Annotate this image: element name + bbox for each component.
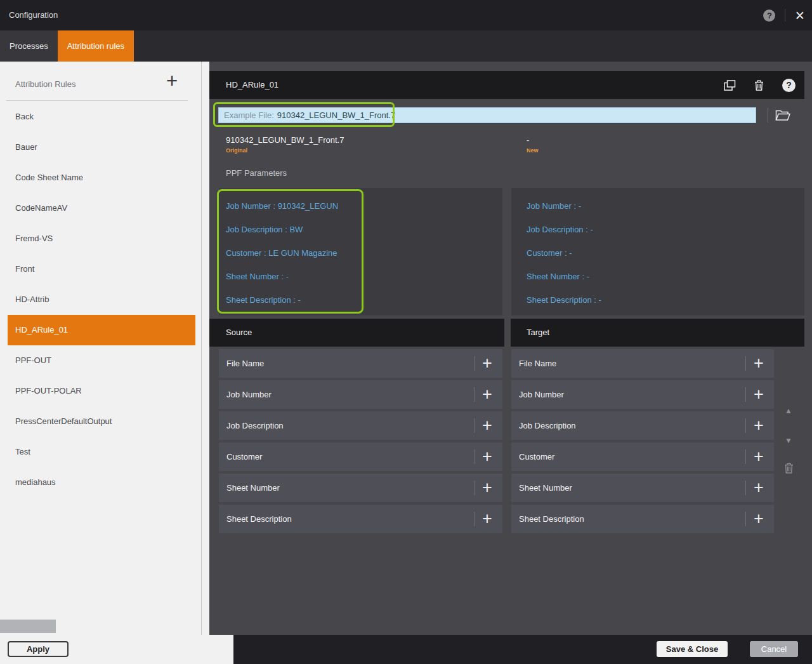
row-divider bbox=[745, 418, 746, 433]
source-row-customer[interactable]: Customer + bbox=[219, 442, 502, 471]
ppf-parameters-title: PPF Parameters bbox=[226, 168, 287, 178]
target-param-job-number: Job Number : - bbox=[527, 201, 581, 211]
sidebar-item-presscenterdefaultoutput[interactable]: PressCenterDefaultOutput bbox=[0, 406, 209, 437]
row-divider bbox=[745, 387, 746, 402]
plus-glyph: + bbox=[482, 385, 492, 404]
plus-icon: + bbox=[166, 70, 178, 92]
source-row-sheet-description[interactable]: Sheet Description + bbox=[219, 505, 502, 533]
target-row-customer[interactable]: Customer + bbox=[511, 442, 774, 471]
rule-header-bar: HD_ARule_01 ? bbox=[209, 71, 804, 99]
sidebar-item-back[interactable]: Back bbox=[0, 102, 209, 132]
row-label: Sheet Number bbox=[226, 474, 280, 502]
source-row-job-number[interactable]: Job Number + bbox=[219, 380, 502, 409]
move-up-icon[interactable]: ▲ bbox=[782, 406, 796, 415]
source-param-job-number: Job Number : 910342_LEGUN bbox=[226, 201, 338, 211]
row-divider bbox=[745, 356, 746, 371]
add-icon[interactable]: + bbox=[476, 349, 499, 378]
titlebar-actions: ? × bbox=[763, 0, 804, 30]
source-param-customer: Customer : LE GUN Magazine bbox=[226, 248, 337, 258]
target-row-sheet-number[interactable]: Sheet Number + bbox=[511, 474, 774, 502]
tab-processes[interactable]: Processes bbox=[0, 30, 58, 62]
sidebar-item-hd-arule-01[interactable]: HD_ARule_01 bbox=[8, 315, 195, 345]
target-row-job-description[interactable]: Job Description + bbox=[511, 411, 774, 440]
row-label: Sheet Description bbox=[519, 505, 584, 533]
new-label: New bbox=[527, 147, 539, 154]
cancel-button[interactable]: Cancel bbox=[750, 641, 798, 657]
titlebar-divider bbox=[785, 9, 785, 22]
sidebar-item-ppf-out[interactable]: PPF-OUT bbox=[0, 345, 209, 376]
sidebar-item-code-sheet-name[interactable]: Code Sheet Name bbox=[0, 163, 209, 193]
target-param-customer: Customer : - bbox=[527, 248, 572, 258]
rule-title: HD_ARule_01 bbox=[226, 71, 278, 99]
original-label: Original bbox=[226, 147, 344, 154]
sidebar-item-ppf-out-polar[interactable]: PPF-OUT-POLAR bbox=[0, 376, 209, 406]
row-label: Sheet Description bbox=[226, 505, 292, 533]
source-row-sheet-number[interactable]: Sheet Number + bbox=[219, 474, 502, 502]
sidebar-item-mediahaus[interactable]: mediahaus bbox=[0, 467, 209, 498]
example-file-value: 910342_LEGUN_BW_1_Front.7 bbox=[277, 110, 395, 120]
example-file-input[interactable]: Example File: 910342_LEGUN_BW_1_Front.7 bbox=[218, 107, 756, 123]
add-icon[interactable]: + bbox=[476, 411, 499, 440]
add-icon[interactable]: + bbox=[747, 349, 770, 378]
sidebar-item-hd-attrib[interactable]: HD-Attrib bbox=[0, 284, 209, 315]
footer-bar: Apply Save & Close Cancel bbox=[0, 635, 812, 664]
add-icon[interactable]: + bbox=[747, 474, 770, 502]
remove-entry-icon[interactable] bbox=[782, 463, 796, 474]
target-row-file-name[interactable]: File Name + bbox=[511, 349, 774, 378]
row-divider bbox=[745, 481, 746, 495]
rule-help-icon[interactable]: ? bbox=[782, 79, 796, 92]
row-label: Job Description bbox=[226, 411, 284, 440]
configuration-dialog: Configuration ? × Processes Attribution … bbox=[0, 0, 812, 664]
source-param-sheet-number: Sheet Number : - bbox=[226, 272, 289, 281]
sidebar-item-codenameav[interactable]: CodeNameAV bbox=[0, 193, 209, 223]
dialog-title: Configuration bbox=[9, 10, 58, 20]
new-file-name: - bbox=[527, 135, 539, 145]
sidebar-item-bauer[interactable]: Bauer bbox=[0, 132, 209, 163]
sidebar-title: Attribution Rules bbox=[15, 79, 75, 89]
source-row-file-name[interactable]: File Name + bbox=[219, 349, 502, 378]
add-icon[interactable]: + bbox=[476, 442, 499, 471]
target-param-job-description: Job Description : - bbox=[527, 225, 593, 234]
add-icon[interactable]: + bbox=[476, 505, 499, 533]
new-file-block: - New bbox=[527, 135, 539, 154]
sidebar-item-fremd-vs[interactable]: Fremd-VS bbox=[0, 223, 209, 254]
add-icon[interactable]: + bbox=[476, 474, 499, 502]
titlebar: Configuration ? × bbox=[0, 0, 812, 30]
add-icon[interactable]: + bbox=[476, 380, 499, 409]
sidebar-scrollbar-thumb[interactable] bbox=[0, 620, 56, 633]
delete-rule-icon[interactable] bbox=[754, 80, 764, 91]
tab-attribution-rules[interactable]: Attribution rules bbox=[58, 30, 134, 62]
browse-folder-icon[interactable] bbox=[774, 107, 792, 123]
row-divider bbox=[474, 387, 475, 402]
save-and-close-button[interactable]: Save & Close bbox=[657, 641, 728, 657]
target-row-sheet-description[interactable]: Sheet Description + bbox=[511, 505, 774, 533]
row-divider bbox=[474, 449, 475, 464]
sidebar-item-front[interactable]: Front bbox=[0, 254, 209, 284]
duplicate-icon[interactable] bbox=[724, 80, 736, 91]
target-row-job-number[interactable]: Job Number + bbox=[511, 380, 774, 409]
row-label: File Name bbox=[226, 349, 264, 378]
add-icon[interactable]: + bbox=[747, 411, 770, 440]
source-row-job-description[interactable]: Job Description + bbox=[219, 411, 502, 440]
plus-glyph: + bbox=[754, 447, 764, 466]
source-param-sheet-description: Sheet Description : - bbox=[226, 295, 301, 305]
apply-button[interactable]: Apply bbox=[8, 641, 69, 657]
row-label: Job Number bbox=[226, 380, 272, 409]
add-rule-button[interactable]: + bbox=[161, 70, 183, 92]
move-down-icon[interactable]: ▼ bbox=[782, 436, 796, 445]
source-rows-list: File Name + Job Number + Job Description… bbox=[219, 349, 502, 536]
row-divider bbox=[474, 512, 475, 526]
row-label: Job Description bbox=[519, 411, 576, 440]
row-label: File Name bbox=[519, 349, 556, 378]
sidebar-item-test[interactable]: Test bbox=[0, 437, 209, 467]
add-icon[interactable]: + bbox=[747, 380, 770, 409]
help-icon[interactable]: ? bbox=[763, 10, 775, 22]
target-rows-list: File Name + Job Number + Job Description… bbox=[511, 349, 774, 536]
row-label: Customer bbox=[226, 442, 262, 471]
sidebar-divider bbox=[6, 100, 188, 101]
add-icon[interactable]: + bbox=[747, 505, 770, 533]
plus-glyph: + bbox=[482, 509, 492, 528]
close-icon[interactable]: × bbox=[795, 9, 804, 22]
plus-glyph: + bbox=[482, 478, 492, 497]
add-icon[interactable]: + bbox=[747, 442, 770, 471]
